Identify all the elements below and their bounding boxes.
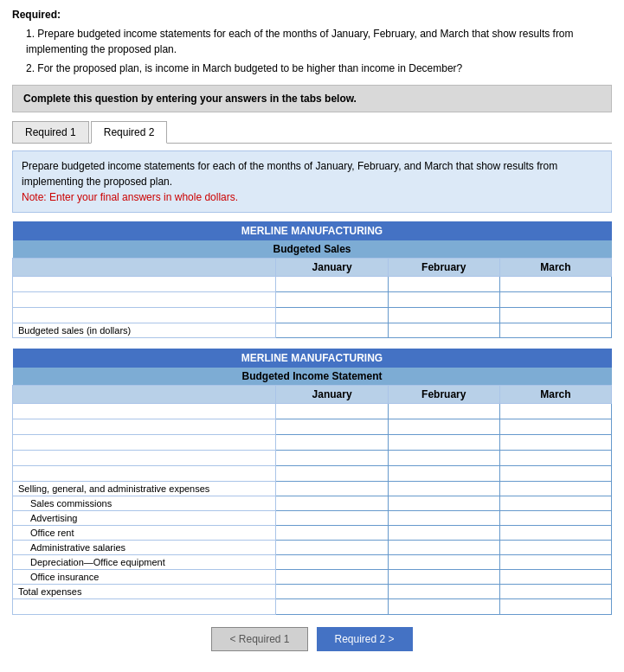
col-header-january-sales: January [276,259,388,277]
inc-jan-4[interactable] [276,467,387,481]
next-button[interactable]: Required 2 > [317,627,413,651]
instruction-text: Prepare budgeted income statements for e… [22,160,557,188]
sales-feb-2[interactable] [389,309,499,323]
inc-feb-2[interactable] [389,436,499,450]
complete-instruction: Complete this question by entering your … [12,85,612,112]
sales-mar-2[interactable] [500,309,611,323]
advertising-jan[interactable] [276,511,387,525]
office-insurance-label: Office insurance [13,570,276,585]
office-insurance-feb[interactable] [389,570,499,584]
table-row: Budgeted sales (in dollars) [13,323,612,338]
required-item-2: 2. For the proposed plan, is income in M… [26,61,612,76]
tab-required-2[interactable]: Required 2 [91,121,168,144]
required-item-1: 1. Prepare budgeted income statements fo… [26,26,612,57]
depreciation-mar[interactable] [500,555,611,569]
budgeted-sales-subtitle: Budgeted Sales [13,240,612,259]
budgeted-sales-title: MERLINE MANUFACTURING [13,221,612,240]
total-expenses-jan[interactable] [276,585,387,598]
bottom-nav: < Required 1 Required 2 > [12,627,612,660]
commissions-mar[interactable] [500,496,611,510]
col-header-empty [13,259,276,277]
total-expenses-mar[interactable] [500,585,611,598]
prev-button[interactable]: < Required 1 [211,627,307,651]
sales-commissions-label: Sales commissions [13,496,276,511]
table-row [13,277,612,292]
final-feb[interactable] [389,600,499,614]
sales-jan-0[interactable] [276,278,387,291]
inc-feb-3[interactable] [389,451,499,465]
admin-salaries-label: Administrative salaries [13,541,276,555]
office-rent-jan[interactable] [276,526,387,540]
inc-mar-1[interactable] [500,420,611,434]
table-row [13,308,612,323]
inc-jan-1[interactable] [276,420,387,434]
sga-feb[interactable] [389,482,499,496]
inc-feb-1[interactable] [389,420,499,434]
tab-required-1[interactable]: Required 1 [12,121,89,143]
inc-feb-0[interactable] [389,405,499,419]
table-row: Sales commissions [13,496,612,511]
table-row [13,419,612,435]
sga-mar[interactable] [500,482,611,496]
table-row: Selling, general, and administrative exp… [13,482,612,496]
sales-jan-1[interactable] [276,293,387,307]
col-header-empty2 [13,386,276,404]
income-stmt-subtitle: Budgeted Income Statement [13,368,612,386]
inc-jan-3[interactable] [276,451,387,465]
office-insurance-mar[interactable] [500,570,611,584]
table-row [13,466,612,482]
total-expenses-label: Total expenses [13,585,276,599]
total-expenses-feb[interactable] [389,585,499,598]
budgeted-sales-section: MERLINE MANUFACTURING Budgeted Sales Jan… [12,221,612,338]
table-row: Total expenses [13,585,612,599]
sales-feb-1[interactable] [389,293,499,307]
col-header-january-inc: January [276,386,388,404]
office-rent-feb[interactable] [389,526,499,540]
admin-salaries-feb[interactable] [389,541,499,554]
table-row: Advertising [13,511,612,526]
office-insurance-jan[interactable] [276,570,387,584]
table-row [13,292,612,308]
income-stmt-title: MERLINE MANUFACTURING [13,349,612,368]
note-text: Note: Enter your final answers in whole … [22,191,238,203]
inc-mar-0[interactable] [500,405,611,419]
instruction-box: Prepare budgeted income statements for e… [12,150,612,213]
final-mar[interactable] [500,600,611,614]
depreciation-label: Depreciation—Office equipment [13,555,276,570]
office-rent-mar[interactable] [500,526,611,540]
col-header-march-sales: March [499,259,611,277]
budgeted-sales-mar[interactable] [500,323,611,337]
inc-mar-3[interactable] [500,451,611,465]
inc-feb-4[interactable] [389,467,499,481]
inc-jan-2[interactable] [276,436,387,450]
table-row [13,435,612,451]
sales-feb-0[interactable] [389,278,499,291]
commissions-feb[interactable] [389,496,499,510]
depreciation-feb[interactable] [389,555,499,569]
col-header-february-sales: February [388,259,499,277]
admin-salaries-jan[interactable] [276,541,387,554]
sga-jan[interactable] [276,482,387,496]
required-header: Required: [12,9,612,21]
admin-salaries-mar[interactable] [500,541,611,554]
commissions-jan[interactable] [276,496,387,510]
sales-mar-0[interactable] [500,278,611,291]
budgeted-sales-feb[interactable] [389,323,499,337]
income-statement-section: MERLINE MANUFACTURING Budgeted Income St… [12,349,612,615]
table-row [13,404,612,419]
advertising-feb[interactable] [389,511,499,525]
table-row [13,451,612,466]
inc-mar-2[interactable] [500,436,611,450]
depreciation-jan[interactable] [276,555,387,569]
budgeted-sales-jan[interactable] [276,323,387,337]
sales-mar-1[interactable] [500,293,611,307]
sales-jan-2[interactable] [276,309,387,323]
inc-mar-4[interactable] [500,467,611,481]
tabs-row: Required 1 Required 2 [12,121,612,144]
inc-jan-0[interactable] [276,405,387,419]
final-jan[interactable] [276,600,387,614]
office-rent-label: Office rent [13,526,276,541]
sga-label: Selling, general, and administrative exp… [13,482,276,496]
advertising-mar[interactable] [500,511,611,525]
table-row: Office insurance [13,570,612,585]
